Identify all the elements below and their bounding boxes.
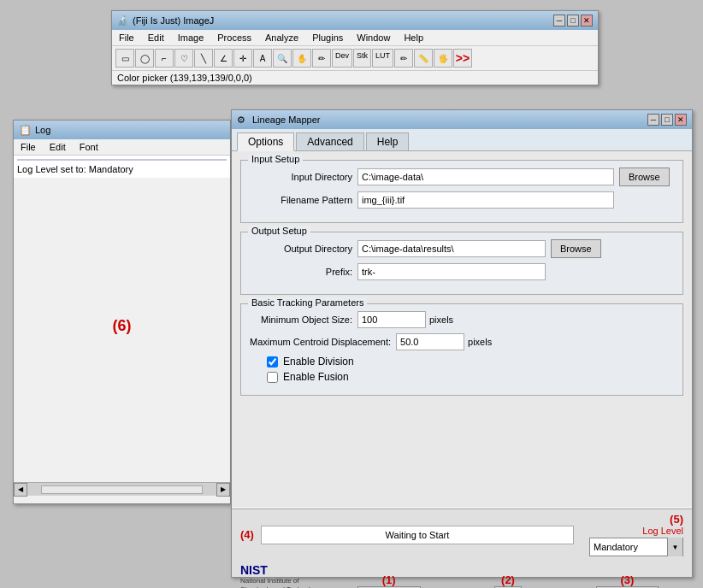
log-level-value: Mandatory bbox=[590, 540, 667, 554]
log-scroll-left[interactable]: ◀ bbox=[14, 483, 27, 497]
imagej-menu-help[interactable]: Help bbox=[400, 32, 427, 44]
tab-options[interactable]: Options bbox=[237, 132, 294, 151]
tracking-group: Basic Tracking Parameters Minimum Object… bbox=[240, 303, 683, 396]
log-highlight-bar bbox=[17, 159, 227, 161]
log-menu-font[interactable]: Font bbox=[76, 141, 102, 153]
mapper-close-btn[interactable]: ✕ bbox=[675, 114, 687, 126]
max-disp-field[interactable] bbox=[396, 333, 464, 350]
prefix-field[interactable] bbox=[357, 263, 546, 280]
tracking-label: Basic Tracking Parameters bbox=[248, 297, 367, 308]
tb-zoom[interactable]: 🔍 bbox=[273, 49, 292, 68]
log-text: Log Level set to: Mandatory bbox=[17, 164, 227, 174]
log-level-arrow-icon[interactable]: ▼ bbox=[667, 538, 682, 556]
input-setup-label: Input Setup bbox=[248, 154, 303, 164]
mapper-win-controls: ─ □ ✕ bbox=[647, 114, 687, 126]
mapper-bottom-bar: (4) Waiting to Start (5) Log Level Manda… bbox=[232, 509, 692, 577]
imagej-icon: 🔬 bbox=[117, 15, 129, 26]
imagej-maximize-btn[interactable]: □ bbox=[567, 15, 579, 26]
tab-help[interactable]: Help bbox=[366, 132, 410, 150]
imagej-menu-process[interactable]: Process bbox=[214, 32, 255, 44]
log-window: 📋 Log File Edit Font Log Level set to: M… bbox=[13, 120, 231, 504]
tb-poly[interactable]: ⌐ bbox=[155, 49, 174, 68]
input-dir-field[interactable] bbox=[357, 168, 614, 185]
min-size-row: Minimum Object Size: pixels bbox=[250, 311, 674, 328]
status-num5: (5) bbox=[670, 513, 683, 526]
mapper-maximize-btn[interactable]: □ bbox=[661, 114, 673, 126]
tb-line[interactable]: ╲ bbox=[194, 49, 213, 68]
imagej-menu-edit[interactable]: Edit bbox=[145, 32, 168, 44]
enable-division-label: Enable Division bbox=[283, 356, 354, 368]
tb-angle[interactable]: ∠ bbox=[214, 49, 233, 68]
imagej-title: 🔬 (Fiji Is Just) ImageJ bbox=[117, 15, 214, 26]
tb-pencil2[interactable]: ✏ bbox=[394, 49, 413, 68]
tb-pen[interactable]: ✏ bbox=[312, 49, 331, 68]
tb-point[interactable]: ✛ bbox=[233, 49, 252, 68]
btn-num1: (1) bbox=[382, 573, 396, 586]
min-size-label: Minimum Object Size: bbox=[250, 315, 352, 325]
mapper-tabbar: Options Advanced Help bbox=[232, 129, 692, 151]
min-size-field[interactable] bbox=[357, 311, 426, 328]
filename-label: Filename Pattern bbox=[250, 195, 352, 205]
action-btn-row: NIST National Institute of Standards and… bbox=[232, 560, 692, 588]
input-dir-row: Input Directory Browse bbox=[250, 168, 674, 186]
tb-lut[interactable]: LUT bbox=[372, 49, 393, 68]
log-scrollbar[interactable]: ◀ ▶ bbox=[14, 482, 230, 496]
nist-line2: Standards and Technology bbox=[240, 585, 326, 588]
log-level-section: (5) Log Level Mandatory ▼ bbox=[581, 513, 683, 556]
imagej-minimize-btn[interactable]: ─ bbox=[553, 15, 565, 26]
tb-hand[interactable]: ✋ bbox=[292, 49, 311, 68]
imagej-menu-plugins[interactable]: Plugins bbox=[309, 32, 346, 44]
log-menu-edit[interactable]: Edit bbox=[46, 141, 69, 153]
max-disp-label: Maximum Centroid Displacement: bbox=[250, 337, 391, 347]
enable-division-checkbox[interactable] bbox=[267, 356, 278, 368]
tb-text[interactable]: A bbox=[253, 49, 272, 68]
output-setup-group: Output Setup Output Directory Browse Pre… bbox=[240, 232, 683, 295]
imagej-titlebar: 🔬 (Fiji Is Just) ImageJ ─ □ ✕ bbox=[112, 11, 598, 30]
imagej-menu-image[interactable]: Image bbox=[174, 32, 208, 44]
output-dir-field[interactable] bbox=[357, 240, 546, 257]
tb-measure[interactable]: 📏 bbox=[414, 49, 433, 68]
prefix-label: Prefix: bbox=[250, 267, 352, 277]
nist-line1: National Institute of bbox=[240, 577, 326, 585]
imagej-close-btn[interactable]: ✕ bbox=[581, 15, 593, 26]
filename-row: Filename Pattern bbox=[250, 191, 674, 209]
log-titlebar: 📋 Log bbox=[14, 121, 230, 139]
imagej-menu-window[interactable]: Window bbox=[353, 32, 393, 44]
log-level-dropdown[interactable]: Mandatory ▼ bbox=[589, 538, 683, 556]
output-dir-label: Output Directory bbox=[250, 244, 352, 254]
tab-advanced[interactable]: Advanced bbox=[296, 132, 363, 150]
input-setup-group: Input Setup Input Directory Browse Filen… bbox=[240, 160, 683, 223]
log-menu-file[interactable]: File bbox=[17, 141, 39, 153]
tb-more[interactable]: >> bbox=[453, 49, 472, 68]
tb-stk[interactable]: Stk bbox=[353, 49, 371, 68]
imagej-win-controls: ─ □ ✕ bbox=[553, 15, 593, 26]
imagej-menu-analyze[interactable]: Analyze bbox=[262, 32, 302, 44]
mapper-minimize-btn[interactable]: ─ bbox=[647, 114, 659, 126]
imagej-menubar: File Edit Image Process Analyze Plugins … bbox=[112, 30, 598, 46]
log-scroll-track[interactable] bbox=[41, 485, 203, 494]
enable-fusion-checkbox[interactable] bbox=[267, 372, 278, 383]
mapper-icon: ⚙ bbox=[237, 115, 245, 126]
tb-freehand[interactable]: ♡ bbox=[174, 49, 193, 68]
max-disp-unit: pixels bbox=[468, 337, 492, 347]
log-icon: 📋 bbox=[19, 124, 32, 136]
mapper-title: ⚙ Lineage Mapper bbox=[237, 115, 321, 126]
browse-output-btn[interactable]: Browse bbox=[551, 239, 601, 258]
browse-input-btn[interactable]: Browse bbox=[619, 168, 670, 186]
nist-text: NIST bbox=[240, 563, 326, 577]
tb-wand[interactable]: 🖐 bbox=[434, 49, 452, 68]
tb-rect[interactable]: ▭ bbox=[115, 49, 134, 68]
output-dir-row: Output Directory Browse bbox=[250, 239, 674, 258]
waiting-status: Waiting to Start bbox=[261, 526, 574, 544]
imagej-menu-file[interactable]: File bbox=[115, 32, 138, 44]
log-content: Log Level set to: Mandatory bbox=[14, 156, 230, 178]
enable-fusion-row: Enable Fusion bbox=[267, 371, 674, 383]
tb-dev[interactable]: Dev bbox=[332, 49, 352, 68]
enable-fusion-label: Enable Fusion bbox=[283, 371, 349, 383]
log-scroll-right[interactable]: ▶ bbox=[216, 483, 230, 497]
max-disp-row: Maximum Centroid Displacement: pixels bbox=[250, 333, 674, 350]
tb-oval[interactable]: ◯ bbox=[135, 49, 154, 68]
min-size-unit: pixels bbox=[429, 315, 453, 325]
filename-field[interactable] bbox=[357, 191, 614, 209]
mapper-main-content: Input Setup Input Directory Browse Filen… bbox=[232, 151, 692, 507]
